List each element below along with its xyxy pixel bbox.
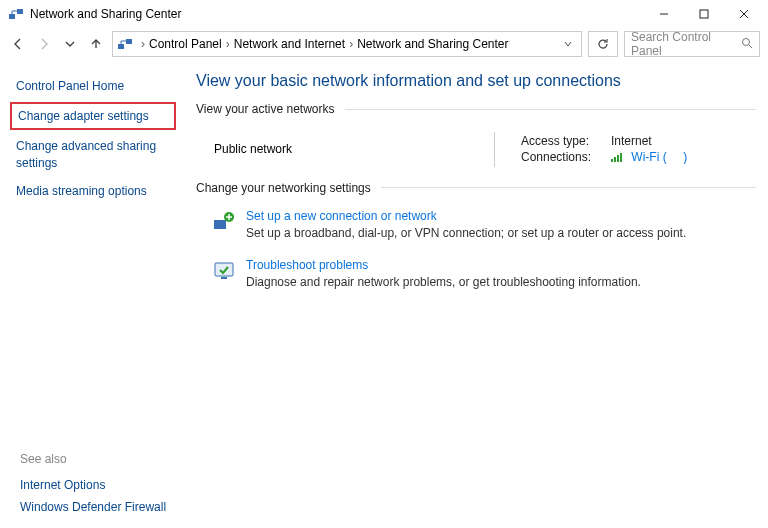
search-input[interactable]: Search Control Panel (624, 31, 760, 57)
svg-rect-11 (614, 157, 616, 162)
sidebar-advanced-sharing[interactable]: Change advanced sharing settings (12, 132, 176, 176)
page-heading: View your basic network information and … (196, 72, 756, 90)
svg-point-8 (743, 38, 750, 45)
svg-rect-12 (617, 155, 619, 162)
breadcrumb-mid[interactable]: Network and Internet (234, 37, 345, 51)
troubleshoot-link[interactable]: Troubleshoot problems (246, 258, 641, 272)
sidebar-change-adapter[interactable]: Change adapter settings (18, 108, 168, 124)
new-connection-icon (212, 210, 236, 234)
breadcrumb-root[interactable]: Control Panel (149, 37, 222, 51)
search-placeholder: Search Control Panel (631, 30, 741, 58)
setup-connection-desc: Set up a broadband, dial-up, or VPN conn… (246, 226, 686, 240)
chevron-right-icon: › (226, 37, 230, 51)
refresh-button[interactable] (588, 31, 618, 57)
sidebar: Control Panel Home Change adapter settin… (12, 72, 184, 303)
sidebar-home[interactable]: Control Panel Home (12, 72, 176, 100)
title-bar: Network and Sharing Center (0, 0, 768, 28)
chevron-right-icon: › (349, 37, 353, 51)
svg-line-9 (749, 45, 752, 48)
see-also-title: See also (20, 452, 190, 466)
divider (381, 187, 756, 188)
forward-button[interactable] (34, 34, 54, 54)
sidebar-adapter-highlight: Change adapter settings (10, 102, 176, 130)
breadcrumb-leaf[interactable]: Network and Sharing Center (357, 37, 508, 51)
back-button[interactable] (8, 34, 28, 54)
setup-connection-link[interactable]: Set up a new connection or network (246, 209, 686, 223)
sidebar-media-streaming[interactable]: Media streaming options (12, 177, 176, 205)
access-type-value: Internet (611, 134, 652, 148)
svg-rect-14 (214, 220, 226, 229)
window-title: Network and Sharing Center (30, 7, 181, 21)
chevron-right-icon: › (141, 37, 145, 51)
address-bar[interactable]: › Control Panel › Network and Internet ›… (112, 31, 582, 57)
connections-key: Connections: (521, 150, 611, 165)
divider (345, 109, 756, 110)
see-also-firewall[interactable]: Windows Defender Firewall (20, 496, 190, 518)
svg-rect-13 (620, 153, 622, 162)
see-also-panel: See also Internet Options Windows Defend… (20, 452, 190, 518)
minimize-button[interactable] (644, 0, 684, 28)
troubleshoot-icon (212, 259, 236, 283)
troubleshoot-desc: Diagnose and repair network problems, or… (246, 275, 641, 289)
svg-rect-16 (215, 263, 233, 276)
access-type-key: Access type: (521, 134, 611, 148)
app-icon (8, 6, 24, 22)
wifi-signal-icon (611, 151, 625, 165)
up-button[interactable] (86, 34, 106, 54)
toolbar: › Control Panel › Network and Internet ›… (0, 28, 768, 60)
svg-rect-3 (700, 10, 708, 18)
address-dropdown[interactable] (559, 39, 577, 49)
svg-rect-10 (611, 159, 613, 162)
search-icon (741, 37, 753, 52)
svg-rect-0 (9, 14, 15, 19)
address-icon (117, 36, 133, 52)
main-panel: View your basic network information and … (184, 72, 756, 303)
active-networks-label: View your active networks (196, 102, 335, 116)
maximize-button[interactable] (684, 0, 724, 28)
svg-rect-6 (118, 44, 124, 49)
svg-rect-17 (221, 277, 227, 279)
change-settings-label: Change your networking settings (196, 181, 371, 195)
close-button[interactable] (724, 0, 764, 28)
connection-link[interactable]: Wi-Fi ( ) (631, 150, 687, 164)
see-also-internet-options[interactable]: Internet Options (20, 474, 190, 496)
recent-dropdown[interactable] (60, 34, 80, 54)
network-name: Public network (214, 142, 292, 156)
